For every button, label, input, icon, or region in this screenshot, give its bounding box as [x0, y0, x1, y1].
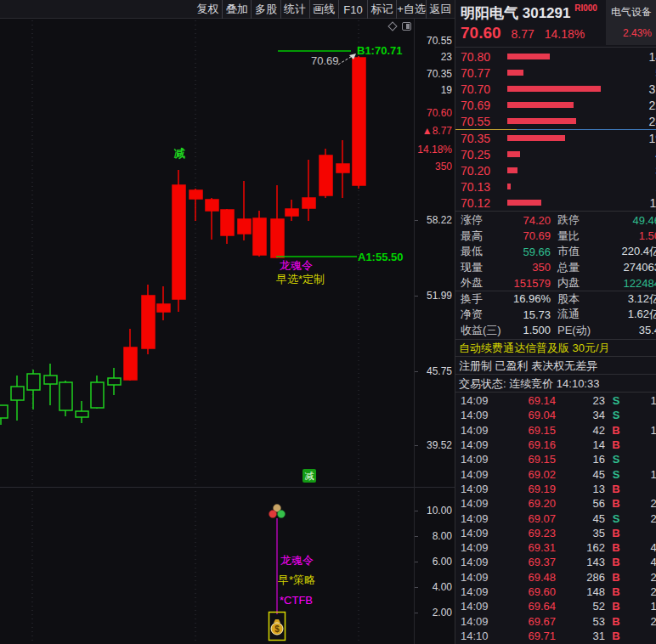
tick-row: 14:1069.7131B [455, 629, 656, 643]
axis-label: ▲8.77 [422, 125, 452, 137]
candlestick-chart-area[interactable]: $ B1:70.71 70.69 减 A1:55.50 龙魂令 早选*定制 减 … [0, 19, 414, 644]
stats-row: 换手16.96%股本3.12亿 [455, 291, 656, 308]
candle-body [336, 164, 349, 172]
subscription-notice[interactable]: 自动续费通达信普及版 30元/月 [455, 339, 656, 357]
divider [455, 211, 656, 212]
stock-title: 明阳电气 301291 RI000 [461, 3, 597, 23]
bid-row[interactable]: 70.254 [455, 146, 656, 162]
tick-row: 14:0969.60148B26 [455, 585, 656, 599]
toolbar-button-3[interactable]: 多股 [251, 0, 280, 19]
book-qty: 19 [648, 132, 656, 145]
kline-chart-canvas[interactable]: $ [0, 19, 414, 644]
listing-info: 注册制 已盈利 表决权无差异 [455, 358, 656, 375]
stats-row: 最低59.66市值220.4亿 [455, 244, 656, 260]
volume-bar [507, 135, 565, 141]
axis-label: 14.18% [417, 144, 452, 155]
candle-body [76, 411, 88, 417]
book-price: 70.13 [455, 180, 503, 194]
candle-body [221, 210, 234, 235]
axis-tick [415, 511, 418, 511]
stats-row: 收益(三)1.500PE(动)35.4 [455, 323, 656, 339]
axis-tick [415, 220, 418, 221]
axis-label: 350 [435, 161, 452, 172]
volume-bar [507, 102, 574, 108]
candle-body [303, 198, 315, 208]
ask-row[interactable]: 70.8014 [455, 48, 656, 65]
toolbar-button-2[interactable]: 叠加 [222, 0, 251, 19]
toolbar-button-4[interactable]: 统计 [280, 0, 309, 19]
bid-row[interactable]: 70.203 [455, 162, 656, 178]
margin-tag: RI000 [574, 3, 597, 13]
tick-row: 14:0969.31162B47 [455, 540, 656, 555]
tick-row: 14:0969.37143B47 [455, 555, 656, 569]
sector-name: 电气设备 [606, 5, 652, 20]
sector-change: 2.43% [606, 27, 652, 39]
signal-ball-icon [278, 511, 286, 518]
axis-label: 58.22 [427, 214, 452, 226]
candle-body [108, 378, 121, 385]
tick-row: 14:0969.6452B16 [455, 599, 656, 613]
book-price: 70.25 [455, 148, 503, 161]
axis-tick [415, 587, 418, 588]
book-price: 70.77 [455, 66, 503, 80]
tick-row: 14:0969.1423S10 [455, 393, 656, 408]
stats-row: 涨停74.20跌停49.46 [455, 212, 656, 229]
stock-name: 明阳电气 [461, 5, 518, 21]
reduce-marker-top: 减 [174, 148, 185, 160]
toolbar-button-1[interactable]: 复权 [194, 0, 222, 19]
tick-list[interactable]: 14:0969.1423S1014:0969.0434S814:0969.154… [455, 393, 656, 644]
axis-tick [415, 536, 418, 537]
ask-row[interactable]: 70.5523 [455, 113, 656, 129]
book-price: 70.80 [455, 50, 503, 64]
ask-row[interactable]: 70.775 [455, 65, 656, 81]
axis-label: 51.99 [427, 290, 452, 302]
ask-row[interactable]: 70.6922 [455, 97, 656, 113]
bid-row[interactable]: 70.131 [455, 178, 656, 195]
strategy-label-lhl: 龙魂令 [280, 260, 313, 272]
tick-row: 14:0969.2335B9 [455, 526, 656, 540]
toolbar-button-8[interactable]: +自选 [396, 0, 426, 19]
volume-bar [507, 151, 520, 157]
candle-body [44, 376, 57, 384]
book-price: 70.69 [455, 99, 503, 112]
book-price: 70.20 [455, 164, 503, 178]
candle-body [157, 304, 170, 312]
candle-body [142, 296, 155, 348]
volume-bar [507, 118, 576, 124]
candle-body [0, 405, 8, 418]
quote-panel: 明阳电气 301291 RI000 电气设备 2.43% 70.60 8.77 … [455, 0, 656, 644]
toolbar-button-5[interactable]: 画线 [309, 0, 338, 19]
toolbar-button-7[interactable]: 标记 [367, 0, 396, 19]
axis-label: 2.00 [433, 607, 452, 619]
bid-row[interactable]: 70.1211 [455, 195, 656, 211]
volume-bar [507, 184, 511, 189]
axis-label: 70.35 [427, 68, 452, 80]
bid-row[interactable]: 70.3519 [455, 130, 656, 146]
panel-layout-icon[interactable] [402, 22, 411, 31]
dollar-glyph: $ [274, 624, 280, 634]
diamond-marker-icon[interactable] [387, 21, 397, 31]
book-qty: 11 [649, 196, 656, 210]
stats-grid: 涨停74.20跌停49.46最高70.69量比1.50最低59.66市值220.… [455, 212, 656, 338]
stock-trading-app-window: 复权叠加多股统计画线F10标记+自选返回 $ B1:70.71 70.69 减 … [0, 0, 656, 644]
toolbar-button-6[interactable]: F10 [338, 0, 367, 19]
tick-row: 14:0969.0434S8 [455, 408, 656, 422]
book-price: 70.35 [455, 132, 503, 145]
candle-body [353, 58, 365, 185]
divider [455, 291, 656, 291]
sector-box[interactable]: 电气设备 2.43% [606, 0, 656, 45]
axis-label: 8.00 [433, 530, 452, 542]
price-change-pct: 14.18% [545, 27, 585, 41]
axis-label: 70.60 [427, 107, 452, 119]
volume-bar [507, 86, 601, 92]
toolbar-button-9[interactable]: 返回 [426, 0, 455, 19]
axis-tick [415, 613, 418, 613]
axis-label: 19 [441, 84, 452, 96]
ask-row[interactable]: 70.7031 [455, 81, 656, 97]
candle-body [172, 185, 185, 299]
bid-ask-divider [455, 129, 656, 130]
money-bag-icon [274, 619, 280, 623]
axis-tick [415, 371, 418, 372]
candle-body [189, 190, 202, 199]
axis-label: 6.00 [433, 556, 452, 568]
